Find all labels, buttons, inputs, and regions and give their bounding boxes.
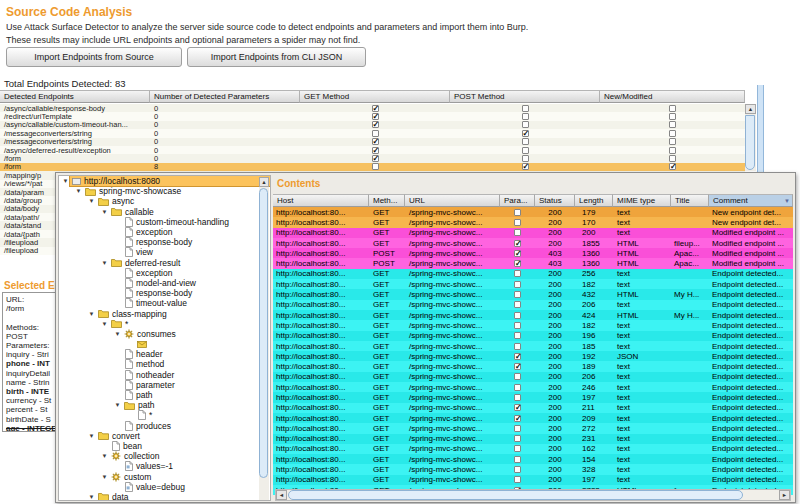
params-checkbox[interactable]: [514, 312, 521, 319]
params-checkbox[interactable]: [514, 229, 521, 236]
endpoints-table-scrollbar[interactable]: ▲: [745, 104, 756, 171]
tree-item[interactable]: method: [59, 359, 270, 369]
tree-item[interactable]: ▼data: [59, 492, 270, 501]
contents-column-header[interactable]: MIME type: [613, 194, 671, 207]
post-method-checkbox[interactable]: [522, 121, 529, 128]
scroll-up-icon[interactable]: ▲: [745, 104, 756, 114]
scroll-right-icon[interactable]: ►: [779, 490, 790, 500]
contents-row[interactable]: http://localhost:80...GET/spring-mvc-sho…: [273, 444, 793, 454]
scrollbar-thumb[interactable]: [259, 188, 268, 478]
contents-row[interactable]: http://localhost:80...GET/spring-mvc-sho…: [273, 434, 793, 444]
contents-row[interactable]: http://localhost:80...GET/spring-mvc-sho…: [273, 392, 793, 402]
tree-item[interactable]: path: [59, 390, 270, 400]
post-method-checkbox[interactable]: [522, 130, 529, 137]
contents-row[interactable]: http://localhost:80...POST/spring-mvc-sh…: [273, 248, 793, 258]
params-checkbox[interactable]: [514, 343, 521, 350]
tree-item[interactable]: header: [59, 349, 270, 359]
main-window-scrollbar[interactable]: [757, 85, 764, 172]
post-method-checkbox[interactable]: [522, 147, 529, 154]
expander-icon[interactable]: ▼: [61, 178, 70, 184]
get-method-checkbox[interactable]: [372, 121, 379, 128]
params-checkbox[interactable]: [514, 353, 521, 360]
endpoints-column-header[interactable]: GET Method: [300, 90, 450, 103]
post-method-checkbox[interactable]: [522, 163, 529, 170]
tree-item[interactable]: ▼consumes: [59, 329, 270, 339]
params-checkbox[interactable]: [514, 322, 521, 329]
params-checkbox[interactable]: [514, 260, 521, 267]
contents-column-header[interactable]: Length: [575, 194, 613, 207]
expander-icon[interactable]: ▼: [87, 198, 96, 204]
tree-item[interactable]: view: [59, 247, 270, 257]
expander-icon[interactable]: ▼: [87, 494, 96, 500]
contents-row[interactable]: http://localhost:80...GET/spring-mvc-sho…: [273, 207, 793, 217]
params-checkbox[interactable]: [514, 219, 521, 226]
params-checkbox[interactable]: [514, 240, 521, 247]
contents-row[interactable]: http://localhost:80...GET/spring-mvc-sho…: [273, 464, 793, 474]
contents-row[interactable]: http://localhost:80...GET/spring-mvc-sho…: [273, 228, 793, 238]
tree-item[interactable]: ▼http://localhost:8080: [59, 176, 270, 186]
contents-row[interactable]: http://localhost:80...GET/spring-mvc-sho…: [273, 351, 793, 361]
params-checkbox[interactable]: [514, 456, 521, 463]
contents-row[interactable]: http://localhost:80...GET/spring-mvc-sho…: [273, 269, 793, 279]
expander-icon[interactable]: ▼: [100, 321, 109, 327]
expander-icon[interactable]: ▼: [87, 311, 96, 317]
tree-item[interactable]: *: [59, 410, 270, 420]
params-checkbox[interactable]: [514, 291, 521, 298]
scrollbar-thumb[interactable]: [288, 490, 743, 500]
expander-icon[interactable]: ▼: [100, 209, 109, 215]
tree-item[interactable]: ▼collection: [59, 451, 270, 461]
tree-item[interactable]: ▼spring-mvc-showcase: [59, 186, 270, 196]
tree-item[interactable]: parameter: [59, 380, 270, 390]
get-method-checkbox[interactable]: [372, 130, 379, 137]
tree-item[interactable]: timeout-value: [59, 298, 270, 308]
contents-row[interactable]: http://localhost:80...GET/spring-mvc-sho…: [273, 341, 793, 351]
get-method-checkbox[interactable]: [372, 105, 379, 112]
tree-item[interactable]: values=-1: [59, 461, 270, 471]
tree-item[interactable]: custom-timeout-handling: [59, 217, 270, 227]
post-method-checkbox[interactable]: [522, 105, 529, 112]
tree-item[interactable]: ▼convert: [59, 431, 270, 441]
params-checkbox[interactable]: [514, 270, 521, 277]
tree-item[interactable]: response-body: [59, 288, 270, 298]
post-method-checkbox[interactable]: [522, 138, 529, 145]
contents-column-header[interactable]: URL: [405, 194, 500, 207]
contents-row[interactable]: http://localhost:80...GET/spring-mvc-sho…: [273, 310, 793, 320]
params-checkbox[interactable]: [514, 332, 521, 339]
contents-row[interactable]: http://localhost:80...GET/spring-mvc-sho…: [273, 217, 793, 227]
tree-item[interactable]: ▼class-mapping: [59, 308, 270, 318]
params-checkbox[interactable]: [514, 373, 521, 380]
contents-row[interactable]: http://localhost:80...GET/spring-mvc-sho…: [273, 289, 793, 299]
contents-horizontal-scrollbar[interactable]: ◄ ►: [275, 489, 791, 501]
tree-item[interactable]: ▼*: [59, 319, 270, 329]
new-modified-checkbox[interactable]: [669, 121, 676, 128]
contents-row[interactable]: http://localhost:80...GET/spring-mvc-sho…: [273, 372, 793, 382]
scroll-up-icon[interactable]: ▲: [259, 177, 269, 187]
params-checkbox[interactable]: [514, 466, 521, 473]
params-checkbox[interactable]: [514, 363, 521, 370]
import-endpoints-from-source-button[interactable]: Import Endpoints from Source: [6, 47, 182, 67]
import-endpoints-from-cli-json-button[interactable]: Import Endpoints from CLI JSON: [187, 47, 366, 67]
scrollbar-thumb[interactable]: [745, 115, 755, 170]
expander-icon[interactable]: ▼: [74, 188, 83, 194]
new-modified-checkbox[interactable]: [669, 147, 676, 154]
post-method-checkbox[interactable]: [522, 113, 529, 120]
contents-row[interactable]: http://localhost:80...GET/spring-mvc-sho…: [273, 238, 793, 248]
contents-column-header[interactable]: Host: [273, 194, 369, 207]
contents-row[interactable]: http://localhost:80...GET/spring-mvc-sho…: [273, 279, 793, 289]
params-checkbox[interactable]: [514, 445, 521, 452]
expander-icon[interactable]: ▼: [113, 402, 122, 408]
endpoints-column-header[interactable]: Detected Endpoints: [0, 90, 150, 103]
expander-icon[interactable]: ▼: [100, 260, 109, 266]
contents-row[interactable]: http://localhost:80...GET/spring-mvc-sho…: [273, 331, 793, 341]
contents-row[interactable]: http://localhost:80...GET/spring-mvc-sho…: [273, 382, 793, 392]
tree-scrollbar[interactable]: ▲: [259, 177, 269, 500]
params-checkbox[interactable]: [514, 209, 521, 216]
tree-item[interactable]: ▼custom: [59, 471, 270, 481]
expander-icon[interactable]: ▼: [87, 433, 96, 439]
tree-item[interactable]: [59, 339, 270, 349]
contents-column-header[interactable]: Status: [535, 194, 575, 207]
get-method-checkbox[interactable]: [372, 155, 379, 162]
contents-row[interactable]: http://localhost:80...GET/spring-mvc-sho…: [273, 320, 793, 330]
tree-item[interactable]: response-body: [59, 237, 270, 247]
new-modified-checkbox[interactable]: [669, 163, 676, 170]
